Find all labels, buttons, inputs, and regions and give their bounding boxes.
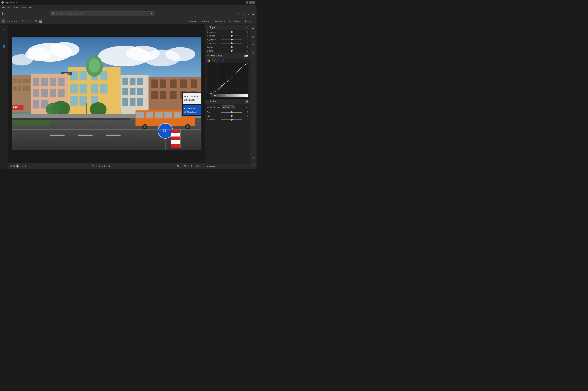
contrast-track[interactable]	[221, 36, 242, 36]
tint-thumb[interactable]	[231, 115, 233, 117]
ratio-button[interactable]: 1:1	[190, 165, 195, 168]
healing-icon[interactable]: ✦	[251, 42, 256, 47]
tone-curve-header[interactable]: ▼ Tone Curve	[205, 53, 250, 59]
info-strip-icon[interactable]: ⓘ	[251, 163, 256, 168]
menu-view[interactable]: View	[22, 6, 26, 8]
svg-rect-35	[122, 78, 128, 85]
highlights-track[interactable]	[221, 39, 242, 40]
people-dropdown[interactable]: People ▼	[244, 19, 255, 23]
grid-medium-icon[interactable]: ▦	[13, 164, 15, 168]
camera-dropdown[interactable]: Camera ▼	[201, 19, 213, 23]
sync-status-dropdown[interactable]: Sync Status ▼	[227, 19, 243, 23]
close-button[interactable]: ✕	[252, 1, 255, 4]
sort-arrow-icon[interactable]: ▼	[24, 165, 27, 168]
sort-icon[interactable]: ≡	[22, 165, 23, 168]
search-input[interactable]	[56, 13, 150, 15]
cloud-icon[interactable]: ☁	[252, 12, 255, 15]
flag-bottom-2[interactable]: ⚐	[95, 165, 97, 168]
vibrance-label: Vibrance	[207, 118, 220, 121]
curve-handle-3[interactable]	[239, 95, 241, 96]
exposure-track[interactable]	[221, 32, 242, 32]
view-icons: 🖼 ▤	[34, 19, 43, 23]
menu-edit[interactable]: Edit	[7, 6, 11, 8]
photo-stars[interactable]: ★★★★★	[98, 165, 111, 168]
sidebar-icon-home[interactable]: ⌂	[1, 26, 7, 32]
blacks-track[interactable]	[221, 51, 242, 51]
shadows-track[interactable]	[221, 43, 242, 44]
vibrance-thumb[interactable]	[231, 119, 233, 121]
flag-bottom-1[interactable]: ⚑	[92, 165, 94, 168]
curve-channel-red[interactable]	[214, 59, 217, 62]
flag-icon-1[interactable]: ⚑	[22, 20, 24, 23]
grid-view-icon[interactable]: ▤	[39, 19, 43, 23]
maximize-button[interactable]: □	[249, 1, 252, 4]
vibrance-track[interactable]	[221, 119, 242, 120]
highlights-thumb[interactable]	[231, 39, 233, 40]
shadows-thumb[interactable]	[231, 42, 233, 44]
edit-panel-icon[interactable]: ✏	[251, 26, 256, 31]
light-edit-icon[interactable]: ✏	[246, 26, 248, 29]
color-section-header[interactable]: ▼ Color	[205, 98, 250, 104]
curve-channel-blue[interactable]	[221, 59, 224, 62]
location-dropdown[interactable]: Location ▼	[214, 19, 227, 23]
keyword-dropdown[interactable]: Keyword ▼	[187, 19, 200, 23]
blacks-thumb[interactable]	[231, 50, 233, 52]
color-wheel-icon[interactable]	[245, 100, 248, 103]
curve-handle-2[interactable]	[227, 95, 228, 96]
tone-curve-canvas[interactable]: Darks −64	[207, 63, 248, 97]
tone-curve-toggle[interactable]	[244, 55, 248, 57]
presets-section[interactable]: Presets	[205, 164, 250, 169]
share-icon[interactable]: ⬆	[243, 12, 245, 15]
photo-canvas[interactable]: HOTEL	[8, 24, 205, 163]
search-bar[interactable]: 🔍 ▼	[50, 11, 155, 16]
light-section-header[interactable]: ▼ Light ✏	[205, 24, 250, 30]
compare-icon[interactable]: ◫	[201, 164, 203, 168]
whites-thumb[interactable]	[231, 46, 233, 48]
photo-view-icon[interactable]: 🖼	[34, 19, 38, 23]
grid-small-icon[interactable]: ⊞	[10, 164, 12, 168]
help-icon[interactable]: ?	[248, 12, 249, 15]
selective-icon[interactable]: ◎	[251, 50, 256, 55]
menu-file[interactable]: File	[1, 6, 5, 8]
fit-fill-separator: |	[181, 165, 182, 167]
contrast-thumb[interactable]	[231, 35, 233, 37]
sidebar-icon-albums[interactable]: ☰	[1, 35, 7, 41]
whites-track[interactable]	[221, 47, 242, 47]
tint-track[interactable]	[221, 116, 242, 116]
star-rating-filter[interactable]: ★★★★★	[9, 20, 17, 22]
minimize-button[interactable]: —	[246, 1, 248, 4]
crop-icon[interactable]: ⊞	[251, 34, 256, 39]
color-section: ▼ Color White Balance As Shot Auto Dayli…	[205, 98, 250, 122]
main-area: ⌂ ☰ 👤	[0, 24, 257, 169]
flag-icon-3[interactable]: ✕	[27, 20, 29, 23]
preset-star-icon[interactable]: ★	[251, 155, 256, 160]
temp-thumb[interactable]	[231, 111, 233, 113]
radial-grad-icon[interactable]: ○	[251, 66, 256, 71]
svg-rect-12	[23, 79, 26, 83]
svg-point-84	[186, 125, 189, 128]
wb-select[interactable]: As Shot Auto Daylight Cloudy Custom	[222, 105, 235, 109]
undo-icon[interactable]: ↩	[238, 12, 240, 15]
curve-channel-white[interactable]	[211, 59, 213, 62]
svg-point-31	[89, 58, 100, 73]
tint-slider-row: Tint 0	[205, 114, 250, 118]
wb-eyedropper[interactable]: ✒	[246, 106, 248, 109]
curve-channel-green[interactable]	[218, 59, 220, 62]
menu-help[interactable]: Help	[29, 6, 33, 8]
more-options-icon[interactable]: ···	[251, 73, 256, 79]
sidebar-icon-people[interactable]: 👤	[1, 44, 7, 49]
exposure-thumb[interactable]	[231, 31, 233, 33]
fill-button[interactable]: Fill	[183, 165, 187, 168]
curve-channel-multi[interactable]	[207, 59, 210, 62]
add-filter-button[interactable]: +	[1, 19, 6, 23]
fit-button[interactable]: Fit	[176, 165, 180, 168]
filter-icon[interactable]: ▼	[151, 12, 153, 15]
flag-icon-2[interactable]: ⚐	[25, 20, 27, 23]
linear-grad-icon[interactable]: ▭	[251, 58, 256, 63]
single-photo-icon[interactable]: ▣	[16, 164, 19, 168]
menu-photo[interactable]: Photo	[14, 6, 19, 8]
curve-handle-1[interactable]	[214, 95, 215, 96]
info-icon[interactable]: ⓘ	[196, 164, 199, 168]
temp-track[interactable]	[221, 112, 242, 112]
title-bar-controls[interactable]: — □ ✕	[246, 1, 255, 4]
